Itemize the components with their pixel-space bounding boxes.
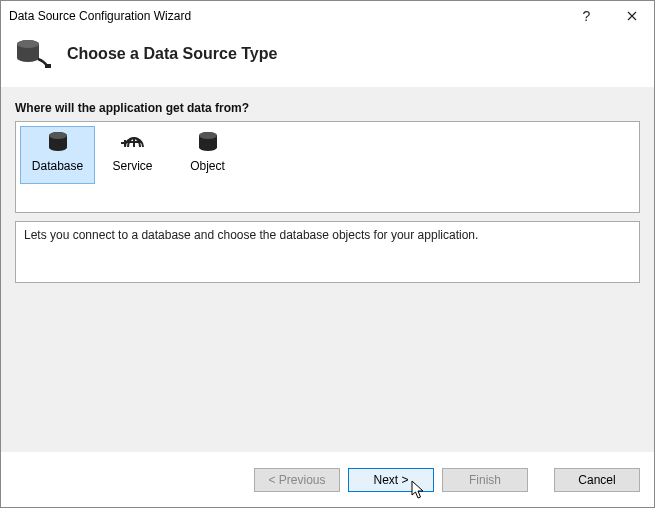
window-title: Data Source Configuration Wizard [9,9,564,23]
svg-point-4 [49,132,67,139]
close-button[interactable] [609,1,654,31]
type-option-service[interactable]: Service [95,126,170,184]
finish-button: Finish [442,468,528,492]
help-button[interactable]: ? [564,1,609,31]
type-label-object: Object [190,159,225,173]
svg-point-10 [199,132,217,139]
object-icon [197,131,219,153]
database-icon [47,131,69,153]
titlebar: Data Source Configuration Wizard ? [1,1,654,31]
svg-point-1 [17,40,39,48]
wizard-content: Where will the application get data from… [1,87,654,452]
cancel-button[interactable]: Cancel [554,468,640,492]
prompt-label: Where will the application get data from… [15,101,640,115]
description-box: Lets you connect to a database and choos… [15,221,640,283]
database-header-icon [15,39,49,69]
type-label-database: Database [32,159,83,173]
svg-rect-2 [45,64,51,68]
close-icon [627,11,637,21]
wizard-footer: < Previous Next > Finish Cancel [1,452,654,507]
type-option-database[interactable]: Database [20,126,95,184]
next-button[interactable]: Next > [348,468,434,492]
wizard-heading: Choose a Data Source Type [67,45,277,63]
service-icon [121,131,145,153]
previous-button: < Previous [254,468,340,492]
wizard-header: Choose a Data Source Type [1,31,654,87]
type-option-object[interactable]: Object [170,126,245,184]
description-text: Lets you connect to a database and choos… [24,228,478,242]
type-label-service: Service [112,159,152,173]
source-type-list: Database Service Object [15,121,640,213]
